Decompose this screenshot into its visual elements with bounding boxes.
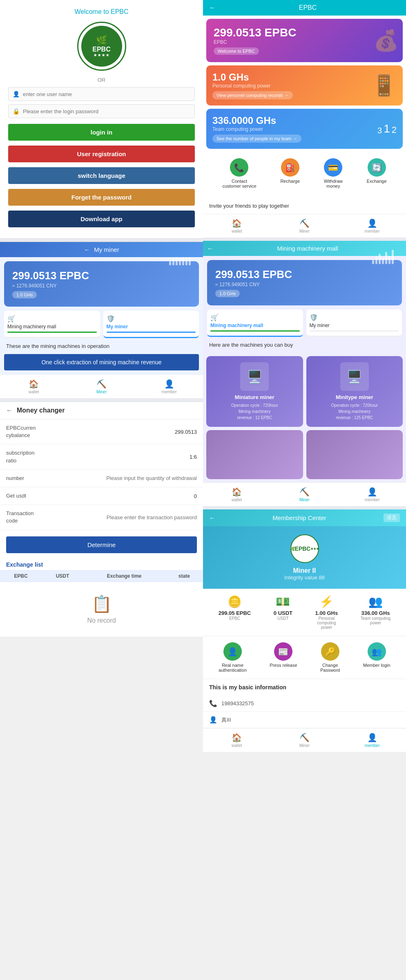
stat-epbc-value: 299.05 EPBC — [219, 610, 251, 616]
money-back-arrow[interactable]: ← — [6, 407, 13, 414]
nav-wallet-label: wallet — [29, 390, 39, 394]
logo-text: EPBC — [92, 46, 110, 53]
welcome-title: Welcome to EPBC — [8, 8, 195, 16]
action-realname[interactable]: 👤 Real nameauthentication — [219, 642, 247, 673]
membership-section: ← Membership Center 语言 🌿 EPBC ★★★ Miner … — [203, 509, 406, 752]
login-button[interactable]: login in — [8, 124, 195, 141]
machine-name-1: Minitype miner — [312, 394, 397, 400]
tab-mall-label: Mining machinery mall — [7, 324, 56, 330]
form-row-balance: EPBCcurrencybalance 299.0513 — [0, 419, 203, 444]
register-button[interactable]: User registration — [8, 146, 195, 162]
extract-revenue-button[interactable]: One click extraction of mining machine r… — [4, 354, 199, 370]
no-record-text: No record — [12, 617, 191, 624]
personal-view-btn[interactable]: View personel computing records → — [212, 91, 293, 99]
determine-button[interactable]: Determine — [6, 536, 197, 553]
team-label: Team computing power — [212, 126, 301, 132]
form-row-txcode: Transactioncode — [0, 505, 203, 530]
nav-miner-miner[interactable]: ⛏️ Miner — [68, 377, 136, 396]
membership-bottom-nav: 🏠 wallet ⛏️ Miner 👤 member — [203, 728, 406, 752]
nav-member-member[interactable]: 👤 member — [338, 731, 406, 749]
nav-miner-mall[interactable]: ⛏️ Miner — [271, 485, 339, 504]
tab-miner-inactive-indicator — [310, 330, 399, 332]
form-label-balance: EPBCcurrencybalance — [6, 424, 55, 439]
action-recharge[interactable]: ⛽ Recharge — [280, 158, 300, 188]
machine-card-0[interactable]: 🖥️ Miniature miner Operation cycle : 720… — [206, 356, 303, 427]
miner-balance-card: 299.0513 EPBC ≈ 1276.949051 CNY 1.0 GHs — [4, 261, 199, 307]
tab-my-miner-mall[interactable]: 🛡️ My miner — [306, 309, 402, 337]
lock-icon: 🔒 — [13, 108, 20, 114]
col-epbc: EPBC — [0, 570, 42, 582]
personal-card-icon: 📱 — [371, 74, 397, 97]
no-record-area: 📋 No record — [0, 582, 203, 637]
membership-back-arrow[interactable]: ← — [209, 514, 215, 521]
realname-icon: 👤 — [223, 642, 242, 661]
tab-mining-mall[interactable]: 🛒 Mining machinery mall — [4, 311, 100, 338]
banner-decoration: 💰 — [373, 29, 399, 52]
miner-balance-cny: ≈ 1276.949051 CNY — [12, 283, 89, 289]
tab-my-miner[interactable]: 🛡️ My miner — [103, 311, 199, 338]
team-view-btn[interactable]: See the number of people in my team → — [212, 135, 301, 143]
exchange-icon: 🔄 — [368, 158, 386, 177]
nav-wallet-mall[interactable]: 🏠 wallet — [203, 485, 271, 504]
exchange-table: EPBC USDT Exchange time state — [0, 570, 203, 582]
stat-team-label: Team computingpower — [361, 616, 390, 625]
nav-wallet-home[interactable]: 🏠 wallet — [203, 217, 271, 235]
username-input[interactable] — [23, 91, 190, 97]
membership-header: ← Membership Center 语言 — [203, 509, 406, 526]
action-contact[interactable]: 📞 Contactcustomer service — [222, 158, 256, 188]
action-change-pwd[interactable]: 🔑 ChangePassword — [320, 642, 340, 673]
form-label-number: number — [6, 475, 55, 482]
machine-card-placeholder-0 — [206, 430, 303, 479]
tab-mall-active[interactable]: 🛒 Mining machinery mall — [207, 309, 303, 337]
epbc-back-arrow[interactable]: ← — [209, 4, 216, 11]
action-press[interactable]: 📰 Press release — [270, 642, 297, 673]
epbc-home-nav: 🏠 wallet ⛏️ Miner 👤 member — [203, 214, 406, 238]
mall-back-arrow[interactable]: ← — [207, 245, 213, 252]
wallet-member-icon: 🏠 — [205, 733, 269, 742]
logo-stars: ★★★★ — [94, 53, 110, 57]
team-ghs: 336.0000 GHs — [212, 115, 301, 126]
member-member-icon: 👤 — [340, 733, 404, 742]
nav-member-mall[interactable]: 👤 member — [338, 485, 406, 504]
nav-wallet-miner[interactable]: 🏠 wallet — [0, 377, 68, 396]
form-label-ratio: subscriptionratio — [6, 449, 55, 464]
form-label-usdt: Get usdt — [6, 492, 55, 500]
nav-member-home[interactable]: 👤 member — [338, 217, 406, 235]
nav-miner-home[interactable]: ⛏️ Miner — [271, 217, 339, 235]
miner-back-arrow[interactable]: ← — [84, 246, 90, 253]
nav-member-miner[interactable]: 👤 member — [135, 377, 203, 396]
download-app-button[interactable]: Download app — [8, 211, 195, 227]
txcode-input[interactable] — [55, 514, 197, 520]
nav-wallet-mall-label: wallet — [232, 498, 242, 502]
machine-card-1[interactable]: 🖥️ Minitype miner Operation cycle : 720h… — [306, 356, 403, 427]
mall-balance-amount: 299.0513 EPBC — [215, 268, 292, 281]
form-label-txcode: Transactioncode — [6, 510, 55, 525]
password-input[interactable] — [23, 108, 190, 114]
cpu-icon-1: 🖥️ — [340, 362, 369, 391]
action-change-pwd-label: ChangePassword — [320, 663, 340, 673]
epbc-logo: 🌿 EPBC ★★★★ — [77, 22, 126, 71]
home-icon: 🏠 — [2, 379, 66, 389]
cart-mall-icon: 🛒 — [210, 314, 300, 321]
member-stats-row: 🪙 299.05 EPBC EPBC 💵 0 USDT USDT ⚡ 1.00 … — [203, 589, 406, 636]
tab-miner-mall-label: My miner — [310, 323, 330, 328]
col-state: state — [165, 570, 203, 582]
membership-profile: 🌿 EPBC ★★★ Miner II Integrity value 88 — [203, 526, 406, 589]
info-row-name: 👤 真III — [203, 712, 406, 728]
language-button[interactable]: switch language — [8, 167, 195, 184]
forget-password-button[interactable]: Forget the password — [8, 189, 195, 206]
epbc-welcome-badge: Welcome to EPBC — [214, 47, 259, 55]
nav-miner-member[interactable]: ⛏️ Miner — [271, 731, 339, 749]
personal-power-icon: ⚡ — [315, 595, 338, 608]
mining-mall-section: ← Mining machinery mall 299.0513 EPBC ≈ … — [203, 241, 406, 506]
nav-miner-label: Miner — [96, 390, 107, 394]
action-exchange[interactable]: 🔄 Exchange — [367, 158, 387, 188]
miner-balance-amount: 299.0513 EPBC — [12, 269, 89, 282]
lang-badge[interactable]: 语言 — [384, 514, 400, 522]
action-member-login[interactable]: 👥 Member login — [363, 642, 390, 673]
number-input[interactable] — [55, 475, 197, 481]
action-withdraw[interactable]: 💳 Withdrawmoney — [324, 158, 343, 188]
nav-wallet-member[interactable]: 🏠 wallet — [203, 731, 271, 749]
logo-leaf-icon: 🌿 — [96, 35, 107, 46]
miner-tab-row: 🛒 Mining machinery mall 🛡️ My miner — [4, 311, 199, 338]
